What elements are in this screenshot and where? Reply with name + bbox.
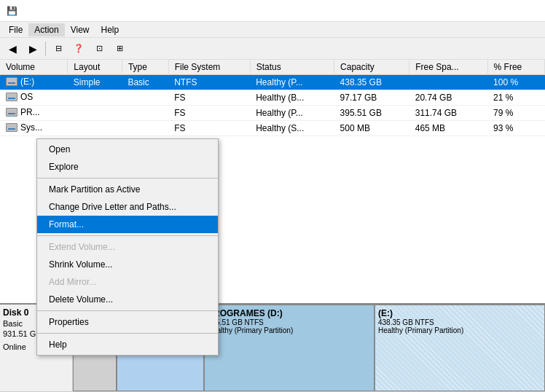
table-row[interactable]: PR...FSHealthy (P...395.51 GB311.74 GB79… (0, 106, 545, 121)
table-cell-1-6: 20.74 GB (409, 90, 487, 106)
table-cell-2-3: FS (168, 106, 250, 121)
table-cell-0-0: (E:) (0, 75, 68, 90)
app-icon: 💾 (6, 5, 17, 17)
context-item-explore[interactable]: Explore (37, 158, 218, 176)
col-filesystem[interactable]: File System (168, 60, 250, 75)
context-separator-2 (37, 178, 218, 179)
partition-programes-size: 395.51 GB NTFS (208, 318, 371, 326)
toolbar-forward[interactable]: ▶ (23, 40, 42, 58)
table-row[interactable]: OSFSHealthy (B...97.17 GB20.74 GB21 % (0, 90, 545, 106)
toolbar-refresh[interactable]: ⊞ (110, 40, 129, 58)
title-bar-controls (436, 0, 539, 22)
table-cell-3-4: Healthy (S... (250, 121, 334, 136)
table-cell-3-3: FS (168, 121, 250, 136)
context-item-delete-volume---[interactable]: Delete Volume... (37, 291, 218, 308)
table-cell-1-0: OS (0, 90, 68, 106)
context-item-change-drive-letter-and-paths---[interactable]: Change Drive Letter and Paths... (37, 198, 218, 216)
menu-bar: File Action View Help (0, 22, 545, 38)
table-cell-2-4: Healthy (P... (250, 106, 334, 121)
partition-edrive-name: (E:) (378, 308, 541, 318)
table-cell-0-3: NTFS (168, 75, 250, 90)
toolbar-separator-1 (45, 42, 46, 56)
context-item-mark-partition-as-active[interactable]: Mark Partition as Active (37, 181, 218, 198)
col-percentfree[interactable]: % Free (487, 60, 544, 75)
table-cell-3-2 (122, 121, 168, 136)
table-row[interactable]: Sys...FSHealthy (S...500 MB465 MB93 % (0, 121, 545, 136)
table-cell-2-7: 79 % (487, 106, 544, 121)
context-item-help[interactable]: Help (37, 336, 218, 353)
table-cell-0-4: Healthy (P... (250, 75, 334, 90)
col-status[interactable]: Status (250, 60, 334, 75)
table-cell-3-1 (68, 121, 122, 136)
table-cell-0-7: 100 % (487, 75, 544, 90)
menu-help[interactable]: Help (95, 23, 125, 36)
main-content: Volume Layout Type File System Status Ca… (0, 60, 545, 392)
table-cell-1-5: 97.17 GB (334, 90, 409, 106)
table-cell-3-7: 93 % (487, 121, 544, 136)
context-item-shrink-volume---[interactable]: Shrink Volume... (37, 256, 218, 273)
table-cell-1-2 (122, 90, 168, 106)
table-cell-1-3: FS (168, 90, 250, 106)
title-bar: 💾 (0, 0, 545, 22)
minimize-button[interactable] (436, 0, 469, 22)
partition-programes-name: PROGRAMES (D:) (208, 308, 371, 318)
partition-edrive-status: Healthy (Primary Partition) (378, 326, 541, 334)
table-cell-3-0: Sys... (0, 121, 68, 136)
context-separator-6 (37, 235, 218, 236)
col-layout[interactable]: Layout (68, 60, 122, 75)
table-cell-0-1: Simple (68, 75, 122, 90)
context-item-add-mirror---: Add Mirror... (37, 273, 218, 291)
context-separator-11 (37, 310, 218, 311)
menu-file[interactable]: File (3, 23, 28, 36)
col-freespace[interactable]: Free Spa... (409, 60, 487, 75)
table-cell-3-6: 465 MB (409, 121, 487, 136)
partition-edrive[interactable]: (E:) 438.35 GB NTFS Healthy (Primary Par… (375, 305, 545, 391)
partition-programes[interactable]: PROGRAMES (D:) 395.51 GB NTFS Healthy (P… (204, 305, 375, 391)
menu-view[interactable]: View (65, 23, 95, 36)
menu-action[interactable]: Action (28, 23, 64, 36)
context-item-properties[interactable]: Properties (37, 313, 218, 331)
table-cell-1-4: Healthy (B... (250, 90, 334, 106)
toolbar-disk-view[interactable]: ⊟ (49, 40, 68, 58)
disk-table: Volume Layout Type File System Status Ca… (0, 60, 545, 136)
table-cell-2-2 (122, 106, 168, 121)
context-item-extend-volume---: Extend Volume... (37, 238, 218, 256)
table-cell-1-7: 21 % (487, 90, 544, 106)
toolbar-help[interactable]: ❓ (69, 40, 88, 58)
toolbar: ◀ ▶ ⊟ ❓ ⊡ ⊞ (0, 38, 545, 60)
col-type[interactable]: Type (122, 60, 168, 75)
table-cell-2-1 (68, 106, 122, 121)
context-item-open[interactable]: Open (37, 141, 218, 158)
table-cell-2-0: PR... (0, 106, 68, 121)
close-button[interactable] (506, 0, 539, 22)
maximize-button[interactable] (471, 0, 504, 22)
context-separator-13 (37, 333, 218, 334)
table-header-row: Volume Layout Type File System Status Ca… (0, 60, 545, 75)
partition-programes-status: Healthy (Primary Partition) (208, 326, 371, 334)
partition-edrive-size: 438.35 GB NTFS (378, 318, 541, 326)
table-cell-0-2: Basic (122, 75, 168, 90)
table-cell-1-1 (68, 90, 122, 106)
table-cell-0-6 (409, 75, 487, 90)
table-cell-0-5: 438.35 GB (334, 75, 409, 90)
toolbar-back[interactable]: ◀ (3, 40, 22, 58)
context-item-format---[interactable]: Format... (37, 216, 218, 233)
table-cell-2-6: 311.74 GB (409, 106, 487, 121)
col-volume[interactable]: Volume (0, 60, 68, 75)
table-cell-2-5: 395.51 GB (334, 106, 409, 121)
context-menu: OpenExploreMark Partition as ActiveChang… (36, 138, 219, 356)
table-cell-3-5: 500 MB (334, 121, 409, 136)
col-capacity[interactable]: Capacity (334, 60, 409, 75)
toolbar-properties[interactable]: ⊡ (90, 40, 109, 58)
table-row[interactable]: (E:)SimpleBasicNTFSHealthy (P...438.35 G… (0, 75, 545, 90)
